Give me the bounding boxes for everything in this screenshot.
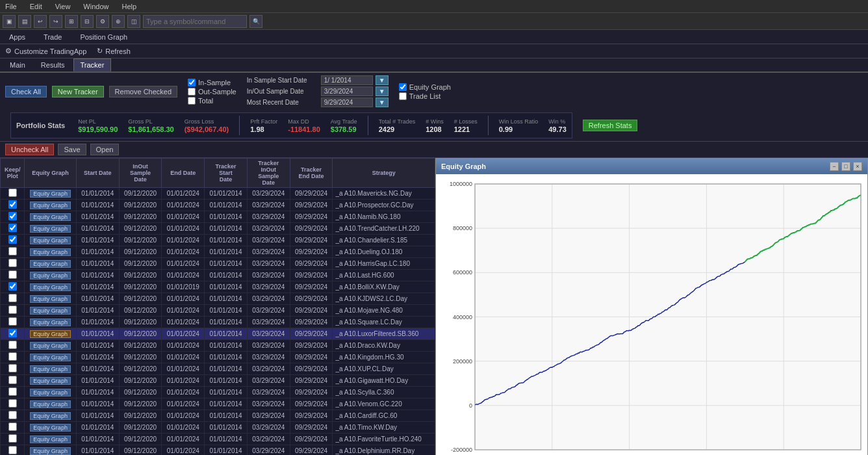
- equity-graph-row-button[interactable]: Equity Graph: [30, 248, 71, 256]
- search-input[interactable]: [143, 15, 247, 28]
- menu-window[interactable]: Window: [81, 3, 111, 10]
- table-row[interactable]: Equity Graph01/01/201409/12/202001/01/20…: [1, 235, 435, 246]
- appbar-position-graph[interactable]: Position Graph: [76, 32, 131, 42]
- toolbar-icon-9[interactable]: ◫: [127, 15, 140, 28]
- table-row[interactable]: Equity Graph01/01/201409/12/202001/01/20…: [1, 317, 435, 328]
- equity-graph-row-button[interactable]: Equity Graph: [30, 260, 71, 268]
- table-row[interactable]: Equity Graph01/01/201409/12/202001/01/20…: [1, 387, 435, 398]
- row-checkbox[interactable]: [8, 224, 17, 232]
- close-button[interactable]: ×: [853, 162, 862, 171]
- row-checkbox[interactable]: [8, 434, 17, 443]
- refresh-button[interactable]: ↻ Refresh: [97, 47, 131, 55]
- toolbar-icon-6[interactable]: ⊟: [81, 15, 94, 28]
- in-sample-start-input[interactable]: [321, 75, 373, 85]
- row-checkbox[interactable]: [8, 235, 17, 244]
- out-sample-checkbox[interactable]: [188, 88, 196, 96]
- in-out-sample-dropdown[interactable]: ▼: [376, 86, 389, 96]
- row-checkbox[interactable]: [8, 364, 17, 372]
- check-all-button[interactable]: Check All: [5, 86, 47, 98]
- toolbar-icon-5[interactable]: ⊞: [65, 15, 78, 28]
- equity-graph-row-button[interactable]: Equity Graph: [30, 424, 71, 432]
- row-checkbox[interactable]: [8, 247, 17, 255]
- trade-list-checkbox[interactable]: [399, 92, 407, 100]
- equity-graph-row-button[interactable]: Equity Graph: [30, 202, 71, 209]
- row-checkbox[interactable]: [8, 352, 17, 361]
- equity-graph-row-button[interactable]: Equity Graph: [30, 412, 71, 420]
- equity-graph-row-button[interactable]: Equity Graph: [30, 330, 71, 338]
- refresh-stats-button[interactable]: Refresh Stats: [583, 120, 638, 131]
- equity-graph-row-button[interactable]: Equity Graph: [30, 447, 71, 455]
- equity-graph-row-button[interactable]: Equity Graph: [30, 365, 71, 373]
- row-checkbox[interactable]: [8, 306, 17, 314]
- table-row[interactable]: Equity Graph01/01/201409/12/202001/01/20…: [1, 211, 435, 223]
- row-checkbox[interactable]: [8, 317, 17, 326]
- menu-view[interactable]: View: [53, 3, 73, 10]
- table-row[interactable]: Equity Graph01/01/201409/12/202001/01/20…: [1, 422, 435, 434]
- table-row[interactable]: Equity Graph01/01/201409/12/202001/01/20…: [1, 258, 435, 270]
- equity-graph-row-button[interactable]: Equity Graph: [30, 354, 71, 361]
- toolbar-icon-8[interactable]: ⊕: [112, 15, 125, 28]
- equity-graph-row-button[interactable]: Equity Graph: [30, 307, 71, 315]
- table-row[interactable]: Equity Graph01/01/201409/12/202001/01/20…: [1, 410, 435, 422]
- row-checkbox[interactable]: [8, 200, 17, 209]
- row-checkbox[interactable]: [8, 259, 17, 267]
- row-checkbox[interactable]: [8, 376, 17, 384]
- row-checkbox[interactable]: [8, 282, 17, 291]
- table-row[interactable]: Equity Graph01/01/201409/12/202001/01/20…: [1, 445, 435, 456]
- table-row[interactable]: Equity Graph01/01/201409/12/202001/01/20…: [1, 375, 435, 387]
- equity-graph-row-button[interactable]: Equity Graph: [30, 190, 71, 198]
- equity-graph-checkbox[interactable]: [399, 83, 407, 91]
- toolbar-icon-7[interactable]: ⚙: [96, 15, 109, 28]
- equity-graph-row-button[interactable]: Equity Graph: [30, 389, 71, 396]
- table-row[interactable]: Equity Graph01/01/201409/12/202001/01/20…: [1, 246, 435, 258]
- toolbar-icon-4[interactable]: ↪: [49, 15, 62, 28]
- equity-graph-row-button[interactable]: Equity Graph: [30, 436, 71, 443]
- row-checkbox[interactable]: [8, 294, 17, 302]
- row-checkbox[interactable]: [8, 341, 17, 349]
- table-row[interactable]: Equity Graph01/01/201409/12/202001/01/20…: [1, 363, 435, 375]
- tab-tracker[interactable]: Tracker: [73, 58, 112, 72]
- customize-button[interactable]: ⚙ Customize TradingApp: [5, 47, 86, 55]
- table-row[interactable]: Equity Graph01/01/201409/12/202001/01/20…: [1, 434, 435, 445]
- uncheck-all-button[interactable]: Uncheck All: [5, 144, 54, 155]
- equity-graph-row-button[interactable]: Equity Graph: [30, 225, 71, 233]
- tab-results[interactable]: Results: [34, 58, 72, 72]
- equity-graph-row-button[interactable]: Equity Graph: [30, 377, 71, 385]
- equity-graph-row-button[interactable]: Equity Graph: [30, 283, 71, 291]
- row-checkbox[interactable]: [8, 212, 17, 220]
- most-recent-dropdown[interactable]: ▼: [376, 98, 389, 107]
- row-checkbox[interactable]: [8, 270, 17, 279]
- row-checkbox[interactable]: [8, 188, 17, 197]
- total-checkbox[interactable]: [188, 97, 196, 105]
- search-icon[interactable]: 🔍: [249, 15, 262, 28]
- menu-help[interactable]: Help: [119, 3, 139, 10]
- table-row[interactable]: Equity Graph01/01/201409/12/202001/01/20…: [1, 328, 435, 340]
- maximize-button[interactable]: □: [841, 162, 850, 171]
- table-row[interactable]: Equity Graph01/01/201409/12/202001/01/20…: [1, 340, 435, 352]
- row-checkbox[interactable]: [8, 411, 17, 419]
- tab-main[interactable]: Main: [3, 58, 32, 72]
- table-row[interactable]: Equity Graph01/01/201409/12/202001/01/20…: [1, 270, 435, 281]
- appbar-trade[interactable]: Trade: [40, 32, 66, 42]
- table-row[interactable]: Equity Graph01/01/201409/12/202001/01/20…: [1, 281, 435, 293]
- row-checkbox[interactable]: [8, 329, 17, 337]
- menu-file[interactable]: File: [3, 3, 19, 10]
- equity-graph-row-button[interactable]: Equity Graph: [30, 213, 71, 221]
- table-row[interactable]: Equity Graph01/01/201409/12/202001/01/20…: [1, 398, 435, 410]
- row-checkbox[interactable]: [8, 422, 17, 431]
- row-checkbox[interactable]: [8, 446, 17, 454]
- menu-edit[interactable]: Edit: [27, 3, 45, 10]
- save-button[interactable]: Save: [58, 144, 86, 155]
- equity-graph-row-button[interactable]: Equity Graph: [30, 237, 71, 244]
- remove-checked-button[interactable]: Remove Checked: [109, 86, 177, 98]
- table-row[interactable]: Equity Graph01/01/201409/12/202001/01/20…: [1, 188, 435, 200]
- table-row[interactable]: Equity Graph01/01/201409/12/202001/01/20…: [1, 293, 435, 305]
- row-checkbox[interactable]: [8, 387, 17, 396]
- new-tracker-button[interactable]: New Tracker: [52, 86, 104, 98]
- toolbar-icon-2[interactable]: ▤: [18, 15, 31, 28]
- minimize-button[interactable]: −: [830, 162, 839, 171]
- in-sample-start-dropdown[interactable]: ▼: [376, 75, 389, 85]
- table-row[interactable]: Equity Graph01/01/201409/12/202001/01/20…: [1, 223, 435, 235]
- in-out-sample-input[interactable]: [321, 86, 373, 96]
- equity-graph-row-button[interactable]: Equity Graph: [30, 272, 71, 280]
